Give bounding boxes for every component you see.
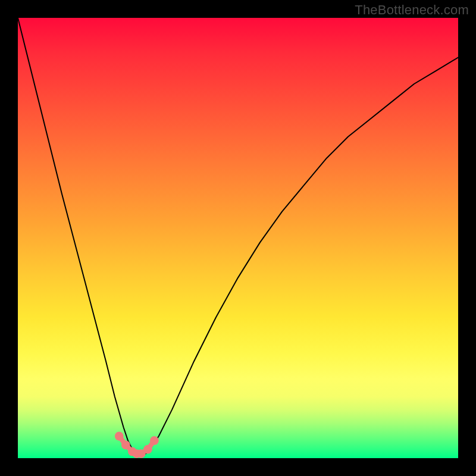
bottleneck-curve-path: [18, 18, 458, 454]
bottleneck-curve-svg: [18, 18, 458, 458]
chart-frame: TheBottleneck.com: [0, 0, 476, 476]
watermark-text: TheBottleneck.com: [355, 2, 469, 18]
plot-area: [18, 18, 458, 458]
optimal-marker-connector: [119, 436, 154, 454]
